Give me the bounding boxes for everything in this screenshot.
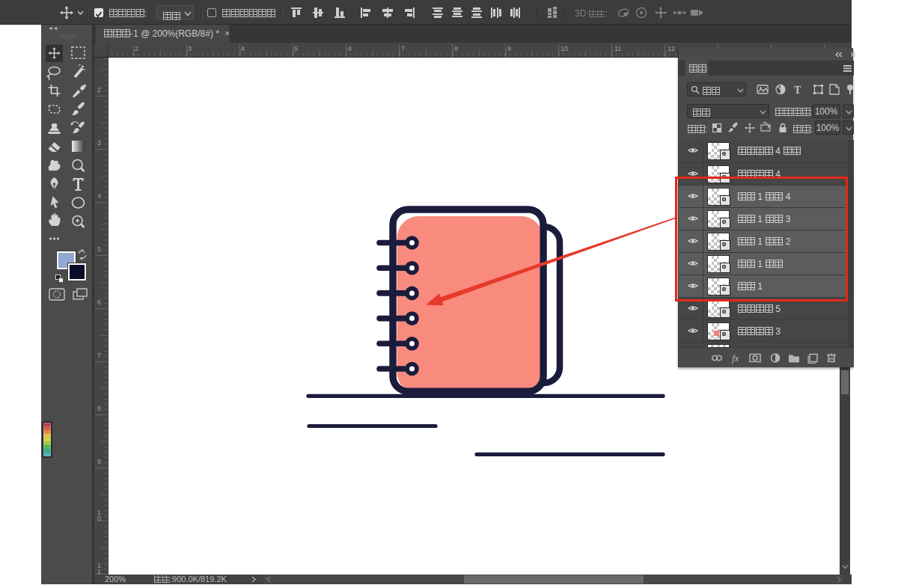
svg-text:T: T [794, 85, 801, 95]
svg-text:fx: fx [732, 352, 739, 364]
